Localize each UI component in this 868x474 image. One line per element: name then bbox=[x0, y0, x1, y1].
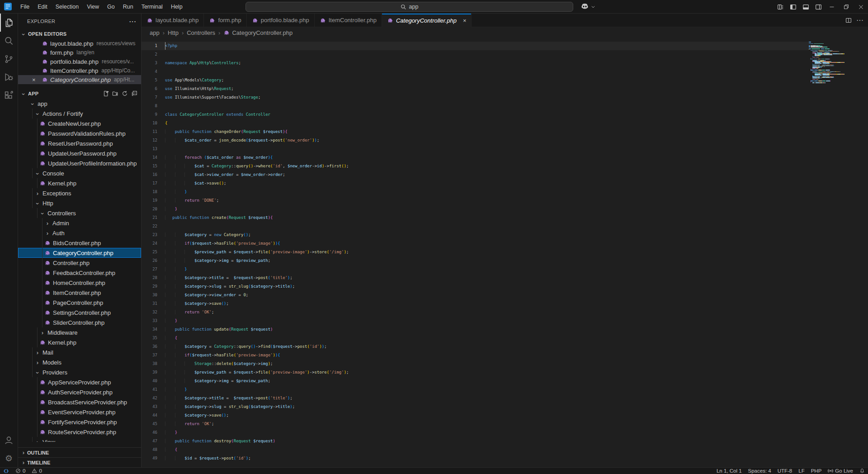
toggle-panel-icon[interactable] bbox=[799, 0, 812, 14]
open-editor-layout.blade.php[interactable]: layout.blade.phpresources/views bbox=[18, 39, 141, 48]
status-spaces-4[interactable]: Spaces: 4 bbox=[745, 468, 774, 474]
tree-item-Kernel.php[interactable]: Kernel.php bbox=[18, 337, 141, 347]
menu-help[interactable]: Help bbox=[167, 0, 187, 14]
tree-item-Exceptions[interactable]: ›Exceptions bbox=[18, 188, 141, 198]
tree-item-EventServiceProvider.php[interactable]: EventServiceProvider.php bbox=[18, 407, 141, 417]
editor-more-actions-icon[interactable]: ··· bbox=[856, 16, 863, 24]
menu-selection[interactable]: Selection bbox=[52, 0, 83, 14]
command-center-search[interactable]: app bbox=[245, 2, 573, 12]
close-window-button[interactable] bbox=[854, 0, 868, 14]
files-icon[interactable] bbox=[0, 14, 18, 32]
tree-item-PasswordValidationRules.php[interactable]: PasswordValidationRules.php bbox=[18, 128, 141, 138]
tree-item-CategoryController.php[interactable]: CategoryController.php bbox=[18, 248, 141, 258]
tree-item-UpdateUserProfileInformation.php[interactable]: UpdateUserProfileInformation.php bbox=[18, 158, 141, 168]
tab-CategoryController.php[interactable]: CategoryController.php× bbox=[382, 14, 472, 27]
settings-gear-icon[interactable]: ⚙ bbox=[0, 449, 18, 467]
open-editor-CategoryController.php[interactable]: ×CategoryController.phpapp/Ht... bbox=[18, 75, 141, 84]
breadcrumb-file[interactable]: CategoryController.php bbox=[223, 29, 292, 36]
tree-item-UpdateUserPassword.php[interactable]: UpdateUserPassword.php bbox=[18, 148, 141, 158]
status-lf[interactable]: LF bbox=[795, 468, 807, 474]
extensions-icon[interactable] bbox=[0, 86, 18, 104]
tree-item-ItemController.php[interactable]: ItemController.php bbox=[18, 288, 141, 298]
error-circle-status[interactable]: 0 bbox=[12, 468, 28, 474]
menu-terminal[interactable]: Terminal bbox=[137, 0, 167, 14]
tree-item-Kernel.php[interactable]: Kernel.php bbox=[18, 178, 141, 188]
status-ln-1-col-1[interactable]: Ln 1, Col 1 bbox=[713, 468, 745, 474]
tree-item-CreateNewUser.php[interactable]: CreateNewUser.php bbox=[18, 118, 141, 128]
timeline-panel-header[interactable]: › TIMELINE bbox=[18, 457, 141, 467]
status-php[interactable]: PHP bbox=[808, 468, 825, 474]
tree-item-View[interactable]: ›View bbox=[18, 437, 141, 442]
open-editor-path: resources/v... bbox=[102, 58, 134, 65]
collapse-all-icon[interactable] bbox=[131, 90, 137, 97]
tree-item-Providers[interactable]: ›Providers bbox=[18, 367, 141, 377]
status-go-live[interactable]: Go Live bbox=[825, 468, 856, 474]
tree-item-BroadcastServiceProvider.php[interactable]: BroadcastServiceProvider.php bbox=[18, 397, 141, 407]
toggle-primary-sidebar-icon[interactable] bbox=[787, 0, 799, 14]
breadcrumb-item[interactable]: Controllers bbox=[187, 29, 215, 36]
tree-item-Actions-Fortify[interactable]: ›Actions / Fortify bbox=[18, 109, 141, 118]
tab-layout.blade.php[interactable]: layout.blade.php bbox=[142, 14, 204, 27]
explorer-more-actions-icon[interactable]: ··· bbox=[129, 18, 137, 25]
open-editor-portfolio.blade.php[interactable]: portfolio.blade.phpresources/v... bbox=[18, 57, 141, 66]
tree-item-Console[interactable]: ›Console bbox=[18, 168, 141, 178]
code-editor[interactable]: 1234567891011121314151617181920212223242… bbox=[142, 38, 868, 467]
run-debug-icon[interactable] bbox=[0, 68, 18, 86]
bell-status[interactable] bbox=[856, 468, 868, 474]
restore-button[interactable] bbox=[839, 0, 854, 14]
source-control-icon[interactable] bbox=[0, 50, 18, 68]
tree-item-SettingsController.php[interactable]: SettingsController.php bbox=[18, 308, 141, 318]
tab-form.php[interactable]: form.php bbox=[204, 14, 246, 27]
open-editors-header[interactable]: › OPEN EDITORS bbox=[18, 29, 141, 39]
tree-item-Http[interactable]: ›Http bbox=[18, 198, 141, 208]
tree-item-AuthServiceProvider.php[interactable]: AuthServiceProvider.php bbox=[18, 387, 141, 397]
menu-run[interactable]: Run bbox=[119, 0, 137, 14]
tree-item-Controllers[interactable]: ›Controllers bbox=[18, 208, 141, 218]
split-editor-icon[interactable] bbox=[845, 17, 852, 24]
outline-panel-header[interactable]: › OUTLINE bbox=[18, 447, 141, 457]
tree-item-HomeController.php[interactable]: HomeController.php bbox=[18, 278, 141, 288]
project-section-header[interactable]: › APP bbox=[18, 89, 141, 99]
tree-item-RouteServiceProvider.php[interactable]: RouteServiceProvider.php bbox=[18, 427, 141, 437]
tree-item-Admin[interactable]: ›Admin bbox=[18, 218, 141, 228]
tree-item-Controller.php[interactable]: Controller.php bbox=[18, 258, 141, 268]
tree-item-PageController.php[interactable]: PageController.php bbox=[18, 298, 141, 308]
tree-item-Mail[interactable]: ›Mail bbox=[18, 347, 141, 357]
tree-item-app[interactable]: ›app bbox=[18, 99, 141, 109]
tree-item-SliderController.php[interactable]: SliderController.php bbox=[18, 318, 141, 327]
tree-item-BidsController.php[interactable]: BidsController.php bbox=[18, 238, 141, 248]
remote-status[interactable] bbox=[0, 468, 12, 474]
toggle-secondary-sidebar-icon[interactable] bbox=[812, 0, 825, 14]
search-icon[interactable] bbox=[0, 32, 18, 50]
breadcrumb[interactable]: app › Http › Controllers › CategoryContr… bbox=[142, 27, 868, 38]
refresh-icon[interactable] bbox=[122, 90, 128, 97]
tree-item-Auth[interactable]: ›Auth bbox=[18, 228, 141, 238]
menu-edit[interactable]: Edit bbox=[33, 0, 52, 14]
close-tab-icon[interactable]: × bbox=[463, 17, 467, 24]
breadcrumb-item[interactable]: app bbox=[150, 29, 160, 36]
tree-item-FortifyServiceProvider.php[interactable]: FortifyServiceProvider.php bbox=[18, 417, 141, 427]
menu-view[interactable]: View bbox=[83, 0, 103, 14]
new-folder-icon[interactable] bbox=[112, 90, 118, 97]
new-file-icon[interactable] bbox=[103, 90, 109, 97]
minimize-button[interactable] bbox=[825, 0, 839, 14]
tab-portfolio.blade.php[interactable]: portfolio.blade.php bbox=[247, 14, 315, 27]
warning-triangle-status[interactable]: 0 bbox=[28, 468, 45, 474]
tree-item-FeedbackController.php[interactable]: FeedbackController.php bbox=[18, 268, 141, 278]
breadcrumb-item[interactable]: Http bbox=[168, 29, 179, 36]
tree-item-Middleware[interactable]: ›Middleware bbox=[18, 327, 141, 337]
account-icon[interactable] bbox=[0, 431, 18, 449]
minimap[interactable] bbox=[809, 42, 862, 85]
open-editor-form.php[interactable]: form.phplang/en bbox=[18, 48, 141, 57]
customize-layout-icon[interactable] bbox=[774, 0, 787, 14]
open-editor-ItemController.php[interactable]: ItemController.phpapp/Http/Co... bbox=[18, 66, 141, 75]
menu-file[interactable]: File bbox=[16, 0, 33, 14]
tree-item-ResetUserPassword.php[interactable]: ResetUserPassword.php bbox=[18, 138, 141, 148]
copilot-menu[interactable] bbox=[580, 2, 595, 11]
menu-go[interactable]: Go bbox=[103, 0, 119, 14]
status-utf-8[interactable]: UTF-8 bbox=[774, 468, 796, 474]
tab-ItemController.php[interactable]: ItemController.php bbox=[315, 14, 382, 27]
tree-item-AppServiceProvider.php[interactable]: AppServiceProvider.php bbox=[18, 377, 141, 387]
tree-item-Models[interactable]: ›Models bbox=[18, 357, 141, 367]
close-icon[interactable]: × bbox=[32, 76, 36, 83]
